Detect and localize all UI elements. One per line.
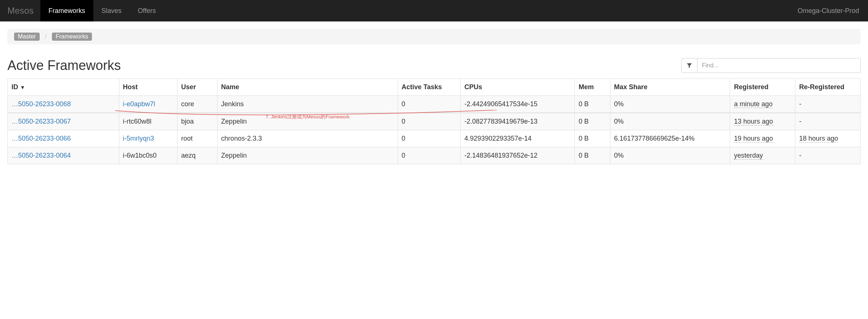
filter-button[interactable] xyxy=(681,58,698,73)
cpus-cell: -2.44249065417534e-15 xyxy=(461,96,575,113)
re-registered-cell: 18 hours ago xyxy=(799,135,838,142)
user-cell: core xyxy=(177,96,217,113)
registered-cell: 19 hours ago xyxy=(734,135,773,142)
max-share-cell: 6.161737786669625e-14% xyxy=(610,130,730,147)
th-user[interactable]: User xyxy=(177,79,217,96)
th-mem[interactable]: Mem xyxy=(575,79,610,96)
registered-cell: yesterday xyxy=(734,152,763,160)
search-input[interactable] xyxy=(698,58,861,73)
re-registered-cell: - xyxy=(795,147,861,164)
name-cell: Zeppelin xyxy=(217,113,398,130)
table-row: …5050-26233-0066i-5mrlyqn3rootchronos-2.… xyxy=(8,130,861,147)
th-id[interactable]: ID ▼ xyxy=(8,79,119,96)
table-header-row: ID ▼ Host User Name Active Tasks CPUs Me… xyxy=(8,79,861,96)
registered-cell: 13 hours ago xyxy=(734,118,773,125)
search-group xyxy=(681,58,861,73)
active-tasks-cell: 0 xyxy=(398,130,461,147)
user-cell: aezq xyxy=(177,147,217,164)
host-text: i-6w1bc0s0 xyxy=(123,152,157,159)
cpus-cell: 4.9293902293357e-14 xyxy=(461,130,575,147)
th-cpus[interactable]: CPUs xyxy=(461,79,575,96)
framework-id-link[interactable]: …5050-26233-0064 xyxy=(11,152,71,159)
th-max-share[interactable]: Max Share xyxy=(610,79,730,96)
framework-id-link[interactable]: …5050-26233-0066 xyxy=(11,135,71,142)
breadcrumb-frameworks[interactable]: Frameworks xyxy=(52,33,92,41)
framework-id-link[interactable]: …5050-26233-0068 xyxy=(11,100,71,108)
th-host[interactable]: Host xyxy=(119,79,177,96)
th-re-registered[interactable]: Re-Registered xyxy=(795,79,861,96)
page-title: Active Frameworks xyxy=(7,58,121,73)
table-row: …5050-26233-0064i-6w1bc0s0aezqZeppelin0-… xyxy=(8,147,861,164)
nav-item-frameworks[interactable]: Frameworks xyxy=(40,0,93,21)
registered-cell: a minute ago xyxy=(734,100,772,108)
active-tasks-cell: 0 xyxy=(398,113,461,130)
th-active-tasks[interactable]: Active Tasks xyxy=(398,79,461,96)
mem-cell: 0 B xyxy=(575,130,610,147)
cpus-cell: -2.14836481937652e-12 xyxy=(461,147,575,164)
breadcrumb-sep: / xyxy=(45,33,47,41)
mem-cell: 0 B xyxy=(575,147,610,164)
navbar-left: Mesos Frameworks Slaves Offers xyxy=(7,0,164,21)
re-registered-cell: - xyxy=(795,96,861,113)
cluster-name: Omega-Cluster-Prod xyxy=(798,7,861,15)
top-navbar: Mesos Frameworks Slaves Offers Omega-Clu… xyxy=(0,0,868,21)
mem-cell: 0 B xyxy=(575,113,610,130)
max-share-cell: 0% xyxy=(610,147,730,164)
user-cell: root xyxy=(177,130,217,147)
nav-item-slaves[interactable]: Slaves xyxy=(93,0,130,21)
nav-item-offers[interactable]: Offers xyxy=(130,0,164,21)
name-cell: chronos-2.3.3 xyxy=(217,130,398,147)
host-text: i-rtc60w8l xyxy=(123,118,152,125)
active-tasks-cell: 0 xyxy=(398,96,461,113)
host-link[interactable]: i-e0apbw7l xyxy=(123,100,155,108)
breadcrumb-master[interactable]: Master xyxy=(14,33,40,41)
th-registered[interactable]: Registered xyxy=(730,79,795,96)
re-registered-cell: - xyxy=(795,113,861,130)
brand[interactable]: Mesos xyxy=(7,6,40,16)
breadcrumb: Master / Frameworks xyxy=(7,29,861,44)
name-cell: Zeppelin xyxy=(217,147,398,164)
filter-icon xyxy=(686,62,693,69)
host-link[interactable]: i-5mrlyqn3 xyxy=(123,135,154,142)
sort-indicator-icon: ▼ xyxy=(20,84,25,90)
name-cell: Jenkins xyxy=(217,96,398,113)
th-name[interactable]: Name xyxy=(217,79,398,96)
active-tasks-cell: 0 xyxy=(398,147,461,164)
table-body: …5050-26233-0068i-e0apbw7lcoreJenkins0-2… xyxy=(8,96,861,164)
user-cell: bjoa xyxy=(177,113,217,130)
cpus-cell: -2.08277839419679e-13 xyxy=(461,113,575,130)
mem-cell: 0 B xyxy=(575,96,610,113)
max-share-cell: 0% xyxy=(610,96,730,113)
table-row: …5050-26233-0068i-e0apbw7lcoreJenkins0-2… xyxy=(8,96,861,113)
max-share-cell: 0% xyxy=(610,113,730,130)
frameworks-table: ID ▼ Host User Name Active Tasks CPUs Me… xyxy=(7,78,861,164)
th-id-label: ID xyxy=(11,83,18,91)
table-row: …5050-26233-0067i-rtc60w8lbjoaZeppelin0-… xyxy=(8,113,861,130)
framework-id-link[interactable]: …5050-26233-0067 xyxy=(11,118,71,125)
